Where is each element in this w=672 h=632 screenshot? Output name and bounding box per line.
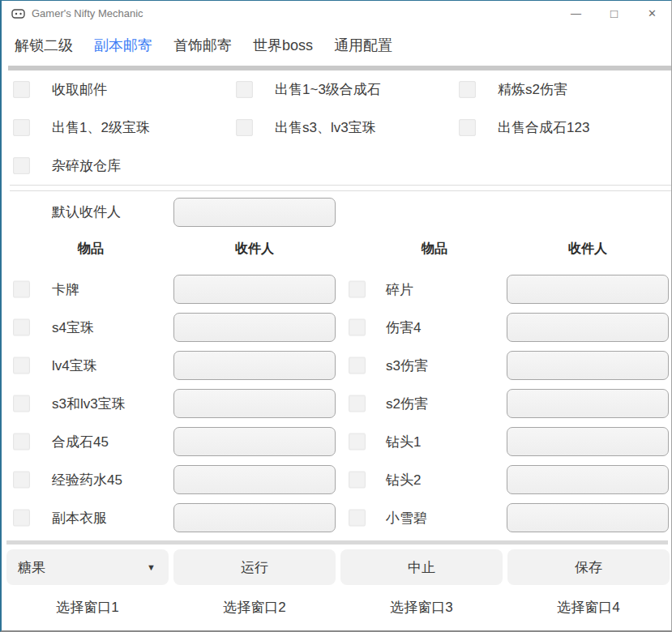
option-label: 出售1、2级宝珠	[52, 118, 150, 137]
checkbox[interactable]	[13, 357, 30, 374]
checkbox[interactable]	[349, 471, 366, 488]
tab-jewelry-mail[interactable]: 首饰邮寄	[173, 36, 232, 55]
recipient-input[interactable]	[507, 427, 669, 456]
chevron-down-icon: ▼	[147, 562, 156, 572]
table-row: s3和lv3宝珠 s2伤害	[2, 384, 671, 422]
checkbox[interactable]	[13, 509, 30, 526]
recipient-input[interactable]	[173, 351, 336, 380]
table-row: 卡牌 碎片	[2, 270, 671, 308]
item-label: 合成石45	[52, 432, 109, 451]
title-bar: Gamer's Nifty Mechanic — □ ✕	[2, 1, 671, 25]
option-sell-gem-1-2: 出售1、2级宝珠	[13, 109, 236, 147]
option-label: 精炼s2伤害	[498, 80, 567, 99]
item-label: lv4宝珠	[52, 356, 97, 374]
option-label: 出售s3、lv3宝珠	[275, 118, 376, 137]
window-select-dropdown[interactable]: 糖果 ▼	[6, 549, 169, 585]
select-window-3-label: 选择窗口3	[340, 598, 503, 617]
tab-dungeon-mail[interactable]: 副本邮寄	[94, 36, 152, 55]
recipient-input[interactable]	[173, 275, 336, 304]
option-sell-synth-stone-123: 出售合成石123	[459, 109, 666, 147]
column-header-recipient: 收件人	[173, 241, 336, 258]
item-label: 卡牌	[52, 280, 79, 298]
recipient-input[interactable]	[507, 503, 669, 532]
option-sell-s3-lv3-gem: 出售s3、lv3宝珠	[236, 109, 459, 147]
recipient-input[interactable]	[507, 351, 669, 380]
option-collect-mail: 收取邮件	[13, 70, 236, 109]
save-button[interactable]: 保存	[507, 549, 670, 585]
divider	[10, 185, 671, 191]
checkbox[interactable]	[13, 395, 30, 412]
checkbox[interactable]	[349, 357, 366, 374]
recipient-input[interactable]	[173, 313, 336, 342]
checkbox[interactable]	[349, 509, 366, 526]
checkbox[interactable]	[349, 318, 366, 335]
column-header-recipient: 收件人	[507, 241, 669, 258]
checkbox[interactable]	[349, 395, 366, 412]
app-window: Gamer's Nifty Mechanic — □ ✕ 解锁二级 副本邮寄 首…	[0, 0, 672, 632]
checkbox[interactable]	[236, 119, 253, 136]
tab-general-config[interactable]: 通用配置	[334, 36, 392, 55]
tab-world-boss[interactable]: 世界boss	[253, 36, 313, 55]
default-recipient-label: 默认收件人	[52, 198, 121, 227]
item-label: 经验药水45	[52, 470, 122, 489]
item-label: 钻头2	[386, 470, 421, 489]
item-label: 伤害4	[386, 318, 421, 336]
option-label: 出售合成石123	[498, 118, 589, 137]
stop-button[interactable]: 中止	[340, 549, 503, 585]
checkbox[interactable]	[459, 119, 476, 136]
close-button[interactable]: ✕	[633, 1, 671, 25]
checkbox[interactable]	[13, 81, 30, 98]
recipient-input[interactable]	[173, 503, 336, 532]
table-row: 合成石45 钻头1	[2, 422, 671, 460]
option-refine-s2-damage: 精炼s2伤害	[459, 70, 666, 109]
checkbox[interactable]	[13, 318, 30, 335]
option-sell-synth-stone-1-3: 出售1~3级合成石	[236, 70, 459, 109]
select-window-1-label: 选择窗口1	[6, 598, 169, 617]
select-window-2-label: 选择窗口2	[173, 598, 336, 617]
option-label: 杂碎放仓库	[52, 156, 121, 175]
recipient-input[interactable]	[507, 389, 669, 418]
checkbox[interactable]	[13, 471, 30, 488]
item-label: 碎片	[386, 280, 413, 298]
window-title: Gamer's Nifty Mechanic	[32, 7, 143, 19]
table-row: 经验药水45 钻头2	[2, 460, 671, 498]
recipient-input[interactable]	[507, 313, 669, 342]
tab-bar: 解锁二级 副本邮寄 首饰邮寄 世界boss 通用配置	[2, 25, 671, 66]
checkbox[interactable]	[13, 157, 30, 174]
item-label: s4宝珠	[52, 318, 94, 336]
item-label: s2伤害	[386, 394, 428, 412]
gamepad-icon	[11, 7, 25, 19]
item-label: 副本衣服	[52, 508, 107, 527]
recipient-input[interactable]	[173, 465, 336, 494]
checkbox[interactable]	[349, 433, 366, 450]
item-label: s3伤害	[386, 356, 428, 374]
option-junk-to-warehouse: 杂碎放仓库	[13, 147, 236, 185]
checkbox[interactable]	[236, 81, 253, 98]
recipient-input[interactable]	[173, 389, 336, 418]
minimize-button[interactable]: —	[557, 1, 595, 25]
maximize-button[interactable]: □	[595, 1, 633, 25]
run-button[interactable]: 运行	[173, 549, 336, 585]
column-header-item: 物品	[52, 241, 130, 258]
item-label: s3和lv3宝珠	[52, 394, 126, 412]
tab-unlock-level2[interactable]: 解锁二级	[15, 36, 73, 55]
column-header-item: 物品	[386, 241, 483, 258]
window-controls: — □ ✕	[557, 1, 671, 25]
recipient-input[interactable]	[507, 465, 669, 494]
table-row: s4宝珠 伤害4	[2, 308, 671, 346]
divider	[6, 540, 668, 544]
option-label: 出售1~3级合成石	[275, 80, 381, 99]
default-recipient-input[interactable]	[173, 198, 336, 227]
checkbox[interactable]	[13, 280, 30, 297]
option-label: 收取邮件	[52, 80, 107, 99]
recipient-input[interactable]	[173, 427, 336, 456]
recipient-input[interactable]	[507, 275, 669, 304]
checkbox[interactable]	[349, 280, 366, 297]
dropdown-value: 糖果	[18, 558, 45, 577]
checkbox[interactable]	[13, 119, 30, 136]
checkbox[interactable]	[459, 81, 476, 98]
item-label: 钻头1	[386, 432, 421, 451]
table-row: lv4宝珠 s3伤害	[2, 346, 671, 384]
checkbox[interactable]	[13, 433, 30, 450]
select-window-4-label: 选择窗口4	[507, 598, 670, 617]
